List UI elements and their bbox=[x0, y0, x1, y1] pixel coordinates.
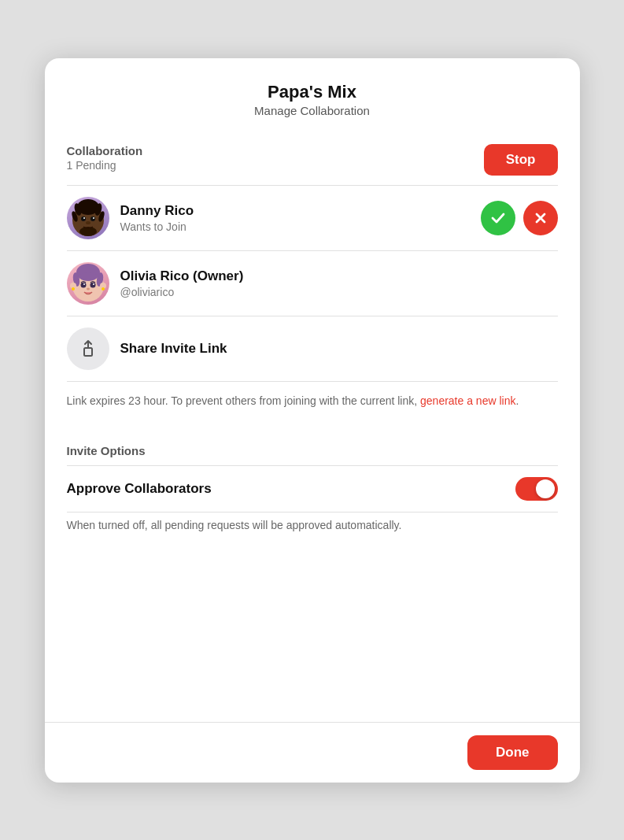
card-subtitle: Manage Collaboration bbox=[64, 104, 561, 117]
approve-label: Approve Collaborators bbox=[67, 481, 212, 497]
collaboration-header: Collaboration 1 Pending Stop bbox=[45, 131, 580, 185]
svg-point-8 bbox=[90, 216, 95, 221]
danny-face-svg bbox=[67, 197, 109, 239]
svg-point-20 bbox=[87, 287, 90, 290]
olivia-face-svg bbox=[67, 262, 109, 305]
person-row-danny: Danny Rico Wants to Join bbox=[45, 186, 580, 250]
svg-point-24 bbox=[102, 287, 105, 290]
share-icon-wrap bbox=[67, 327, 109, 370]
footer: Done bbox=[45, 722, 580, 783]
danny-actions bbox=[481, 201, 558, 235]
card-title: Papa's Mix bbox=[64, 82, 561, 102]
approve-collaborators-row: Approve Collaborators bbox=[45, 466, 580, 512]
svg-point-7 bbox=[81, 216, 86, 221]
olivia-info: Olivia Rico (Owner) @oliviarico bbox=[120, 268, 558, 298]
danny-info: Danny Rico Wants to Join bbox=[120, 203, 481, 233]
person-row-olivia: Olivia Rico (Owner) @oliviarico bbox=[45, 251, 580, 316]
stop-button[interactable]: Stop bbox=[484, 144, 558, 176]
svg-point-11 bbox=[86, 221, 90, 224]
done-button[interactable]: Done bbox=[467, 735, 558, 770]
svg-point-19 bbox=[93, 283, 94, 285]
pending-count: 1 Pending bbox=[67, 159, 143, 172]
danny-name: Danny Rico bbox=[120, 203, 481, 219]
collaboration-label: Collaboration bbox=[67, 144, 143, 157]
avatar-olivia bbox=[67, 262, 109, 305]
link-info-after: . bbox=[515, 394, 519, 407]
toggle-thumb bbox=[536, 479, 555, 498]
generate-new-link[interactable]: generate a new link bbox=[420, 394, 515, 407]
decline-button[interactable] bbox=[523, 201, 558, 235]
card-header: Papa's Mix Manage Collaboration bbox=[45, 58, 580, 131]
svg-point-17 bbox=[90, 282, 95, 287]
olivia-name: Olivia Rico (Owner) bbox=[120, 268, 558, 284]
accept-button[interactable] bbox=[481, 201, 515, 235]
svg-point-23 bbox=[72, 287, 75, 290]
olivia-sub: @oliviarico bbox=[120, 286, 558, 298]
invite-options-label: Invite Options bbox=[45, 428, 580, 465]
danny-sub: Wants to Join bbox=[120, 220, 481, 233]
x-icon bbox=[532, 209, 549, 227]
share-invite-row[interactable]: Share Invite Link bbox=[45, 316, 580, 381]
svg-point-9 bbox=[83, 217, 85, 219]
svg-point-10 bbox=[93, 217, 94, 219]
checkmark-icon bbox=[489, 209, 507, 227]
approve-toggle[interactable] bbox=[515, 477, 558, 501]
auto-approve-info: When turned off, all pending requests wi… bbox=[45, 513, 580, 553]
share-icon bbox=[78, 339, 98, 359]
avatar-danny bbox=[67, 197, 109, 239]
svg-rect-25 bbox=[84, 348, 92, 356]
manage-collaboration-card: Papa's Mix Manage Collaboration Collabor… bbox=[45, 58, 580, 783]
share-invite-label: Share Invite Link bbox=[120, 341, 227, 357]
collab-label-group: Collaboration 1 Pending bbox=[67, 144, 143, 172]
svg-point-16 bbox=[80, 282, 86, 287]
svg-point-18 bbox=[83, 283, 85, 285]
link-info-before: Link expires 23 hour. To prevent others … bbox=[67, 394, 421, 407]
link-info: Link expires 23 hour. To prevent others … bbox=[45, 382, 580, 428]
